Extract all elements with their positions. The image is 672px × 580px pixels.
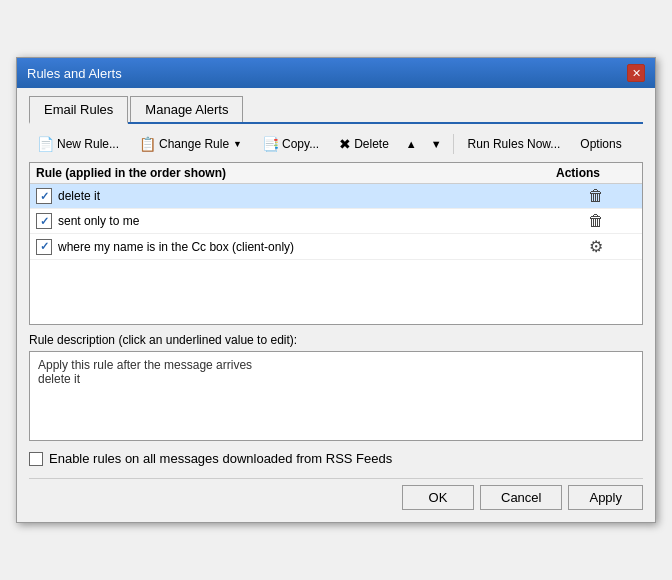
rule-checkbox-2[interactable] (36, 239, 52, 255)
col-actions-header: Actions (556, 166, 636, 180)
footer: OK Cancel Apply (29, 478, 643, 510)
run-rules-now-button[interactable]: Run Rules Now... (460, 133, 569, 155)
rule-name-2: where my name is in the Cc box (client-o… (58, 240, 556, 254)
rules-body: delete it 🗑 sent only to me 🗑 where my n… (30, 184, 642, 324)
ok-button[interactable]: OK (402, 485, 474, 510)
close-button[interactable]: ✕ (627, 64, 645, 82)
rules-table: Rule (applied in the order shown) Action… (29, 162, 643, 325)
options-button[interactable]: Options (572, 133, 629, 155)
change-rule-button[interactable]: 📋 Change Rule ▼ (131, 132, 250, 156)
delete-rule-icon-0[interactable]: 🗑 (588, 187, 604, 205)
description-label: Rule description (click an underlined va… (29, 333, 643, 347)
description-line2: delete it (38, 372, 634, 386)
rss-section: Enable rules on all messages downloaded … (29, 451, 643, 466)
rule-name-1: sent only to me (58, 214, 556, 228)
description-section: Rule description (click an underlined va… (29, 333, 643, 441)
tab-email-rules[interactable]: Email Rules (29, 96, 128, 124)
table-row[interactable]: where my name is in the Cc box (client-o… (30, 234, 642, 260)
rule-actions-2: ⚙ (556, 237, 636, 256)
delete-icon: ✖ (339, 136, 351, 152)
new-rule-button[interactable]: 📄 New Rule... (29, 132, 127, 156)
description-box[interactable]: Apply this rule after the message arrive… (29, 351, 643, 441)
rule-checkbox-1[interactable] (36, 213, 52, 229)
title-bar: Rules and Alerts ✕ (17, 58, 655, 88)
rules-alerts-dialog: Rules and Alerts ✕ Email Rules Manage Al… (16, 57, 656, 523)
delete-button[interactable]: ✖ Delete (331, 132, 397, 156)
change-rule-arrow: ▼ (233, 139, 242, 149)
rss-label: Enable rules on all messages downloaded … (49, 451, 392, 466)
description-line1: Apply this rule after the message arrive… (38, 358, 634, 372)
rule-name-0: delete it (58, 189, 556, 203)
dialog-title: Rules and Alerts (27, 66, 122, 81)
new-rule-icon: 📄 (37, 136, 54, 152)
delete-rule-icon-1[interactable]: 🗑 (588, 212, 604, 230)
filter-rule-icon-2[interactable]: ⚙ (589, 237, 603, 256)
cancel-button[interactable]: Cancel (480, 485, 562, 510)
toolbar-separator (453, 134, 454, 154)
copy-icon: 📑 (262, 136, 279, 152)
rule-checkbox-0[interactable] (36, 188, 52, 204)
rss-checkbox[interactable] (29, 452, 43, 466)
toolbar: 📄 New Rule... 📋 Change Rule ▼ 📑 Copy... … (29, 132, 643, 156)
rules-header: Rule (applied in the order shown) Action… (30, 163, 642, 184)
move-down-button[interactable]: ▼ (426, 135, 447, 153)
dialog-body: Email Rules Manage Alerts 📄 New Rule... … (17, 88, 655, 522)
move-up-button[interactable]: ▲ (401, 135, 422, 153)
tab-bar: Email Rules Manage Alerts (29, 96, 643, 124)
rule-actions-0: 🗑 (556, 187, 636, 205)
table-row[interactable]: sent only to me 🗑 (30, 209, 642, 234)
tab-manage-alerts[interactable]: Manage Alerts (130, 96, 243, 122)
table-row[interactable]: delete it 🗑 (30, 184, 642, 209)
copy-button[interactable]: 📑 Copy... (254, 132, 327, 156)
apply-button[interactable]: Apply (568, 485, 643, 510)
rule-actions-1: 🗑 (556, 212, 636, 230)
col-rule-header: Rule (applied in the order shown) (36, 166, 556, 180)
change-rule-icon: 📋 (139, 136, 156, 152)
